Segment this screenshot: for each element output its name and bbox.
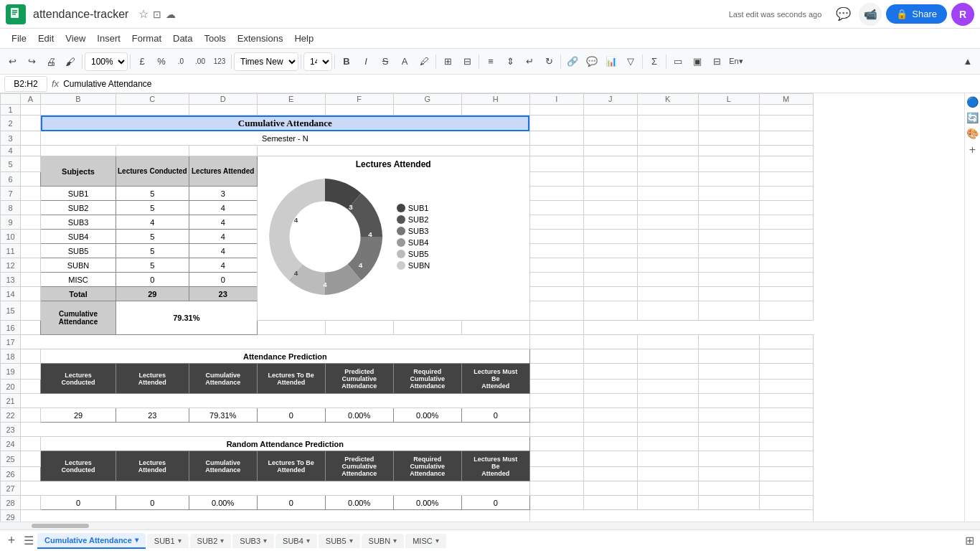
cell-M24[interactable]	[759, 437, 813, 451]
cell-M11[interactable]	[759, 244, 813, 258]
cell-C11[interactable]: 5	[116, 244, 189, 258]
cell-I1[interactable]	[529, 105, 583, 116]
cell-J18[interactable]	[583, 349, 637, 364]
cell-D8[interactable]: 4	[189, 201, 257, 215]
cell-M3[interactable]	[759, 131, 813, 146]
cell-L13[interactable]	[698, 273, 759, 287]
cell-M8[interactable]	[759, 201, 813, 215]
rotate-button[interactable]: ↻	[540, 52, 558, 71]
cell-L6[interactable]	[698, 172, 759, 187]
cell-B2-H2[interactable]: Cumulative Attendance	[41, 116, 530, 131]
bold-button[interactable]: B	[337, 52, 356, 71]
cloud-icon[interactable]: ☁	[166, 9, 176, 20]
cell-K13[interactable]	[637, 273, 698, 287]
tab-arrow-subn[interactable]: ▾	[393, 537, 397, 545]
cell-M20[interactable]	[759, 380, 813, 394]
cell-reference-input[interactable]	[4, 76, 47, 92]
comment-button[interactable]: 💬	[583, 52, 601, 71]
decimal-inc-button[interactable]: .00	[191, 52, 209, 71]
cell-M23[interactable]	[759, 423, 813, 437]
cell-K2[interactable]	[637, 116, 698, 131]
rand-val-predicted[interactable]: 0.00%	[325, 496, 393, 510]
cell-I3[interactable]	[529, 131, 583, 146]
pred-val-cumulative[interactable]: 79.31%	[189, 408, 257, 423]
cell-M2[interactable]	[759, 116, 813, 131]
cell-L18[interactable]	[698, 349, 759, 364]
cell-A5[interactable]	[21, 156, 41, 172]
cell-C1[interactable]	[116, 105, 189, 116]
menu-tools[interactable]: Tools	[198, 30, 231, 47]
cell-J28[interactable]	[583, 496, 637, 510]
cell-I6[interactable]	[529, 172, 583, 187]
italic-button[interactable]: I	[357, 52, 375, 71]
undo-button[interactable]: ↩	[3, 52, 22, 71]
cell-I23[interactable]	[529, 423, 583, 437]
rand-val-must[interactable]: 0	[461, 496, 529, 510]
add-sheet-button[interactable]: +	[3, 533, 20, 548]
show-formula-button[interactable]: ▣	[688, 52, 707, 71]
cell-B5-B6-subjects[interactable]: Subjects	[41, 156, 116, 187]
cell-M1[interactable]	[759, 105, 813, 116]
cell-M22[interactable]	[759, 408, 813, 423]
cell-J6[interactable]	[583, 172, 637, 187]
cell-L22[interactable]	[698, 408, 759, 423]
cell-A24[interactable]	[21, 437, 41, 451]
cell-M6[interactable]	[759, 172, 813, 187]
menu-help[interactable]: Help	[288, 30, 319, 47]
cell-K11[interactable]	[637, 244, 698, 258]
cell-K4[interactable]	[637, 146, 698, 156]
tab-arrow-sub5[interactable]: ▾	[349, 537, 353, 545]
cell-L15[interactable]	[698, 301, 759, 321]
cell-K23[interactable]	[637, 423, 698, 437]
cell-K26[interactable]	[637, 467, 698, 481]
cell-I14[interactable]	[529, 287, 583, 301]
cell-B11[interactable]: SUB5	[41, 244, 116, 258]
link-button[interactable]: 🔗	[563, 52, 582, 71]
cell-I11[interactable]	[529, 244, 583, 258]
cell-L19[interactable]	[698, 364, 759, 380]
collapse-toolbar-button[interactable]: ▲	[958, 52, 977, 71]
cell-I9[interactable]	[529, 215, 583, 230]
pred-val-must[interactable]: 0	[461, 408, 529, 423]
cell-B1[interactable]	[41, 105, 116, 116]
cell-I25[interactable]	[529, 451, 583, 467]
font-size-select[interactable]: 14	[303, 52, 332, 71]
cell-A12[interactable]	[21, 258, 41, 273]
cell-I28[interactable]	[529, 496, 583, 510]
cell-J22[interactable]	[583, 408, 637, 423]
cell-J4[interactable]	[583, 146, 637, 156]
cell-J14[interactable]	[583, 287, 637, 301]
cell-I17[interactable]	[529, 335, 583, 349]
cell-A14[interactable]	[21, 287, 41, 301]
col-header-G[interactable]: G	[393, 94, 461, 105]
cell-J15[interactable]	[583, 301, 637, 321]
cell-I26[interactable]	[529, 467, 583, 481]
borders-button[interactable]: ⊞	[438, 52, 457, 71]
cell-A8[interactable]	[21, 201, 41, 215]
rand-val-tobe[interactable]: 0	[257, 496, 325, 510]
h-scrollbar[interactable]	[0, 522, 980, 529]
cell-B8[interactable]: SUB2	[41, 201, 116, 215]
currency-button[interactable]: £	[133, 52, 151, 71]
cell-K19[interactable]	[637, 364, 698, 380]
cell-I8[interactable]	[529, 201, 583, 215]
col-header-J[interactable]: J	[583, 94, 637, 105]
meet-btn[interactable]: 📹	[859, 3, 882, 26]
cell-K28[interactable]	[637, 496, 698, 510]
cell-D13[interactable]: 0	[189, 273, 257, 287]
cell-M13[interactable]	[759, 273, 813, 287]
menu-view[interactable]: View	[60, 30, 91, 47]
cell-K14[interactable]	[637, 287, 698, 301]
cell-J26[interactable]	[583, 467, 637, 481]
cell-L2[interactable]	[698, 116, 759, 131]
cell-F1[interactable]	[325, 105, 393, 116]
cell-A29-H29[interactable]	[21, 510, 530, 522]
cell-I12[interactable]	[529, 258, 583, 273]
cell-J21[interactable]	[583, 394, 637, 408]
cell-J24[interactable]	[583, 437, 637, 451]
cell-L1[interactable]	[698, 105, 759, 116]
cell-B12[interactable]: SUBN	[41, 258, 116, 273]
pred-val-tobe[interactable]: 0	[257, 408, 325, 423]
text-color-button[interactable]: A	[395, 52, 414, 71]
cell-A23-H23[interactable]	[21, 423, 530, 437]
